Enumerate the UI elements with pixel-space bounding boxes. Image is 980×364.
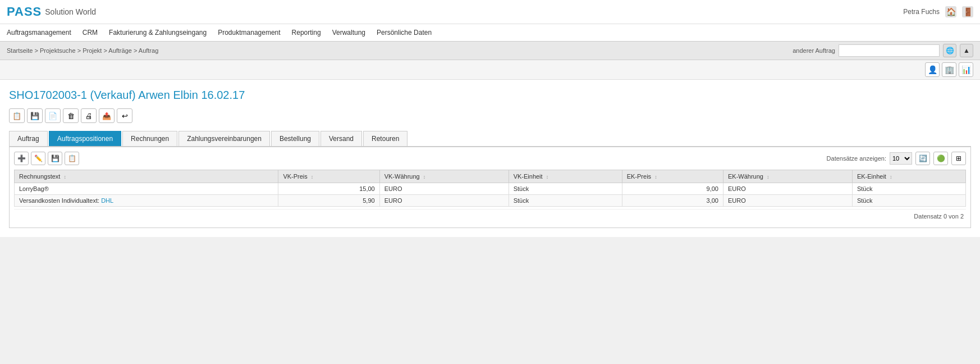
copy-btn[interactable]: 📋 [9,108,25,123]
nav-fakturierung[interactable]: Fakturierung & Zahlungseingang [109,26,207,39]
action-bar: 📋 💾 📄 🗑 🖨 📤 ↩ [9,108,971,123]
duplicate-btn[interactable]: 📄 [45,108,61,123]
user-name: Petra Fuchs [903,8,940,16]
other-order-label: anderer Auftrag [793,47,835,54]
cell-vk-einheit: Stück [509,183,622,195]
nav-reporting[interactable]: Reporting [292,26,321,39]
tab-auftrag[interactable]: Auftrag [9,131,48,146]
records-select[interactable]: 10 25 50 [890,152,912,165]
cell-ek-waehrung: EURO [723,183,852,195]
grid-btn[interactable]: ⊞ [951,152,966,165]
breadcrumb-text: Startseite > Projektsuche > Projekt > Au… [7,47,158,54]
toolbar-row: 👤 🏢 📊 [0,60,980,80]
data-table: Rechnungstext ↕ VK-Preis ↕ VK-Währung ↕ … [14,170,966,207]
copy-row-btn[interactable]: 📋 [65,152,79,165]
breadcrumb-bar: Startseite > Projektsuche > Projekt > Au… [0,42,980,60]
expand-button[interactable]: ▲ [960,44,973,57]
chart-icon-btn[interactable]: 📊 [959,62,973,77]
logo-pass: PASS [7,4,42,19]
footer-text: Datensatz 0 von 2 [914,213,964,220]
cell-rechnungstext: Versandkosten Individualtext: DHL [15,195,278,207]
save-btn[interactable]: 💾 [27,108,43,123]
col-ek-waehrung: EK-Währung ↕ [723,170,852,183]
org-icon-btn[interactable]: 🏢 [942,62,956,77]
header: PASS Solution World Petra Fuchs 🏠 🚪 [0,0,980,24]
cell-rechnungstext: LorryBag® [15,183,278,195]
logo-text: Solution World [45,7,96,16]
main-nav: Auftragsmanagement CRM Fakturierung & Za… [0,24,980,42]
nav-crm[interactable]: CRM [83,26,98,39]
search-go-button[interactable]: 🌐 [943,44,956,57]
records-label: Datensätze anzeigen: [827,155,886,162]
add-row-btn[interactable]: ➕ [14,152,29,165]
cell-vk-preis: 5,90 [278,195,379,207]
tab-retouren[interactable]: Retouren [363,131,407,146]
col-ek-preis: EK-Preis ↕ [622,170,723,183]
nav-verwaltung[interactable]: Verwaltung [332,26,365,39]
tab-zahlungsvereinbarungen[interactable]: Zahlungsvereinbarungen [178,131,270,146]
exit-icon[interactable]: 🚪 [962,6,973,17]
table-section: ➕ ✏️ 💾 📋 Datensätze anzeigen: 10 25 50 🔄… [9,147,971,228]
col-rechnungstext: Rechnungstext ↕ [15,170,278,183]
nav-produktmanagement[interactable]: Produktmanagement [218,26,280,39]
col-vk-einheit: VK-Einheit ↕ [509,170,622,183]
save-row-btn[interactable]: 💾 [48,152,62,165]
table-row: LorryBag® 15,00 EURO Stück 9,00 EURO Stü… [15,183,966,195]
table-toolbar-right: Datensätze anzeigen: 10 25 50 🔄 🟢 ⊞ [827,152,966,165]
tab-rechnungen[interactable]: Rechnungen [122,131,177,146]
refresh-btn[interactable]: 🔄 [915,152,930,165]
table-row: Versandkosten Individualtext: DHL 5,90 E… [15,195,966,207]
tabs: Auftrag Auftragspositionen Rechnungen Za… [9,131,971,147]
other-order-input[interactable] [839,44,940,57]
cell-ek-einheit: Stück [852,183,965,195]
nav-persoenliche-daten[interactable]: Persönliche Daten [377,26,432,39]
main-content: SHO1702003-1 (Verkauf) Arwen Elbin 16.02… [0,80,980,237]
col-vk-preis: VK-Preis ↕ [278,170,379,183]
delete-btn[interactable]: 🗑 [63,108,79,123]
col-vk-waehrung: VK-Währung ↕ [379,170,509,183]
table-toolbar: ➕ ✏️ 💾 📋 Datensätze anzeigen: 10 25 50 🔄… [14,152,966,165]
cell-ek-einheit: Stück [852,195,965,207]
add-green-btn[interactable]: 🟢 [933,152,948,165]
cell-vk-preis: 15,00 [278,183,379,195]
tab-bestellung[interactable]: Bestellung [271,131,319,146]
cell-vk-waehrung: EURO [379,183,509,195]
col-ek-einheit: EK-Einheit ↕ [852,170,965,183]
breadcrumb: Startseite > Projektsuche > Projekt > Au… [7,47,158,54]
cell-ek-preis: 9,00 [622,183,723,195]
home-icon[interactable]: 🏠 [945,6,956,17]
cell-ek-waehrung: EURO [723,195,852,207]
cell-ek-preis: 3,00 [622,195,723,207]
tab-versand[interactable]: Versand [320,131,362,146]
table-footer: Datensatz 0 von 2 [14,209,966,223]
search-go-icon: 🌐 [946,47,954,54]
cell-vk-einheit: Stück [509,195,622,207]
export-btn[interactable]: 📤 [99,108,115,123]
print-btn[interactable]: 🖨 [81,108,97,123]
logo: PASS Solution World [7,4,96,19]
breadcrumb-right: anderer Auftrag 🌐 ▲ [793,44,973,57]
person-icon-btn[interactable]: 👤 [925,62,940,77]
nav-auftragsmanagement[interactable]: Auftragsmanagement [7,26,71,39]
page-title: SHO1702003-1 (Verkauf) Arwen Elbin 16.02… [9,89,971,102]
back-btn[interactable]: ↩ [117,108,132,123]
cell-vk-waehrung: EURO [379,195,509,207]
tab-auftragspositionen[interactable]: Auftragspositionen [49,131,121,146]
table-toolbar-left: ➕ ✏️ 💾 📋 [14,152,79,165]
edit-row-btn[interactable]: ✏️ [31,152,45,165]
header-right: Petra Fuchs 🏠 🚪 [903,6,973,17]
